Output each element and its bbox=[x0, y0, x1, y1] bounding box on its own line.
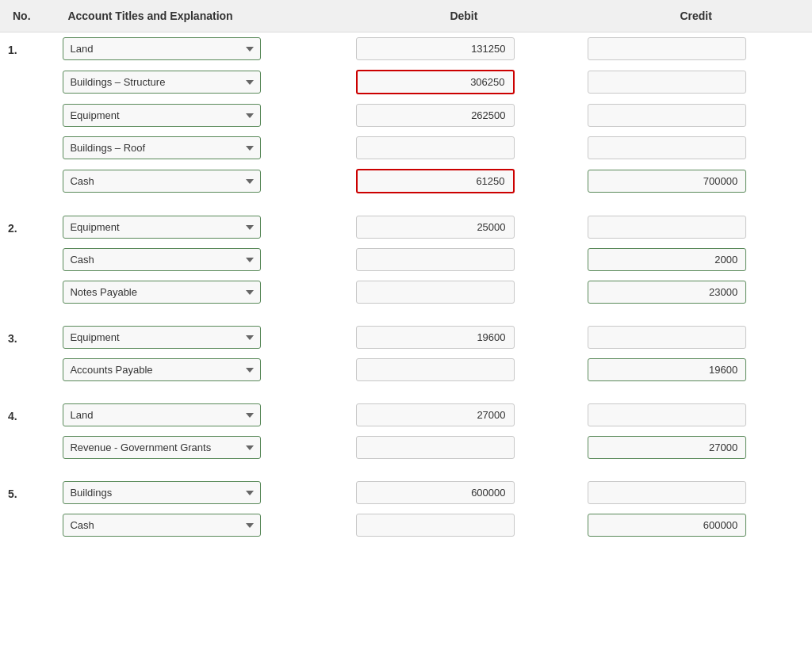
debit-cell bbox=[348, 65, 580, 99]
spacer-row bbox=[0, 464, 812, 476]
account-cell: Equipment bbox=[55, 321, 347, 354]
entry-number bbox=[0, 276, 55, 308]
debit-input[interactable] bbox=[356, 169, 515, 193]
entry-number bbox=[0, 509, 55, 541]
table-row: Buildings – Roof bbox=[0, 132, 812, 164]
credit-cell bbox=[580, 32, 812, 66]
debit-input[interactable] bbox=[356, 436, 515, 459]
account-cell: Equipment bbox=[55, 211, 347, 243]
journal-table-container: No. Account Titles and Explanation Debit… bbox=[0, 0, 812, 669]
credit-input[interactable] bbox=[588, 481, 746, 504]
account-select[interactable]: Buildings – Roof bbox=[63, 136, 261, 159]
account-select[interactable]: Buildings bbox=[63, 481, 261, 504]
table-row: Cash bbox=[0, 509, 812, 541]
debit-input[interactable] bbox=[356, 37, 515, 60]
account-cell: Cash bbox=[55, 509, 347, 541]
entry-number: 5. bbox=[0, 476, 55, 509]
account-select[interactable]: Cash bbox=[63, 248, 261, 271]
account-select[interactable]: Equipment bbox=[63, 216, 261, 239]
entry-number bbox=[0, 354, 55, 386]
credit-input[interactable] bbox=[588, 216, 746, 239]
account-select[interactable]: Buildings – Structure bbox=[63, 71, 261, 94]
credit-cell bbox=[580, 276, 812, 308]
debit-cell bbox=[348, 509, 580, 541]
entry-number bbox=[0, 132, 55, 164]
account-cell: Equipment bbox=[55, 99, 347, 132]
col-credit: Credit bbox=[580, 0, 812, 32]
debit-input[interactable] bbox=[356, 326, 515, 349]
credit-cell bbox=[580, 65, 812, 99]
debit-input[interactable] bbox=[356, 104, 515, 127]
debit-input[interactable] bbox=[356, 281, 515, 304]
col-debit: Debit bbox=[348, 0, 580, 32]
credit-input[interactable] bbox=[588, 514, 746, 537]
credit-input[interactable] bbox=[588, 358, 746, 381]
account-select[interactable]: Equipment bbox=[63, 104, 261, 127]
spacer-row bbox=[0, 308, 812, 321]
entry-number bbox=[0, 431, 55, 464]
account-cell: Land bbox=[55, 32, 347, 66]
entry-number bbox=[0, 99, 55, 132]
debit-input[interactable] bbox=[356, 403, 515, 426]
debit-cell bbox=[348, 211, 580, 243]
table-row: Equipment bbox=[0, 99, 812, 132]
account-select[interactable]: Cash bbox=[63, 170, 261, 193]
debit-cell bbox=[348, 32, 580, 66]
col-no: No. bbox=[0, 0, 55, 32]
credit-input[interactable] bbox=[588, 436, 746, 459]
debit-input[interactable] bbox=[356, 481, 515, 504]
account-select[interactable]: Cash bbox=[63, 514, 261, 537]
account-select[interactable]: Land bbox=[63, 37, 261, 60]
account-select[interactable]: Accounts Payable bbox=[63, 358, 261, 381]
account-select[interactable]: Notes Payable bbox=[63, 281, 261, 304]
credit-cell bbox=[580, 509, 812, 541]
credit-cell bbox=[580, 476, 812, 509]
debit-cell bbox=[348, 276, 580, 308]
table-row: Accounts Payable bbox=[0, 354, 812, 386]
debit-cell bbox=[348, 164, 580, 198]
entry-number: 2. bbox=[0, 211, 55, 243]
credit-input[interactable] bbox=[588, 403, 746, 426]
debit-input[interactable] bbox=[356, 136, 515, 159]
col-account: Account Titles and Explanation bbox=[55, 0, 347, 32]
credit-input[interactable] bbox=[588, 104, 746, 127]
table-row: Revenue - Government Grants bbox=[0, 431, 812, 464]
credit-input[interactable] bbox=[588, 248, 746, 271]
credit-input[interactable] bbox=[588, 170, 746, 193]
debit-input[interactable] bbox=[356, 358, 515, 381]
credit-cell bbox=[580, 243, 812, 276]
entry-number bbox=[0, 243, 55, 276]
table-row: 4.Land bbox=[0, 399, 812, 431]
account-cell: Buildings – Structure bbox=[55, 65, 347, 99]
credit-cell bbox=[580, 399, 812, 431]
account-select[interactable]: Equipment bbox=[63, 326, 261, 349]
account-cell: Accounts Payable bbox=[55, 354, 347, 386]
credit-cell bbox=[580, 321, 812, 354]
credit-cell bbox=[580, 354, 812, 386]
table-row: Cash bbox=[0, 243, 812, 276]
spacer-row bbox=[0, 198, 812, 211]
debit-cell bbox=[348, 321, 580, 354]
account-cell: Buildings – Roof bbox=[55, 132, 347, 164]
debit-input[interactable] bbox=[356, 70, 515, 94]
debit-input[interactable] bbox=[356, 216, 515, 239]
debit-cell bbox=[348, 431, 580, 464]
table-row: 5.Buildings bbox=[0, 476, 812, 509]
debit-input[interactable] bbox=[356, 514, 515, 537]
credit-input[interactable] bbox=[588, 136, 746, 159]
account-select[interactable]: Land bbox=[63, 403, 261, 426]
credit-input[interactable] bbox=[588, 281, 746, 304]
account-select[interactable]: Revenue - Government Grants bbox=[63, 436, 261, 459]
account-cell: Notes Payable bbox=[55, 276, 347, 308]
account-cell: Buildings bbox=[55, 476, 347, 509]
credit-cell bbox=[580, 99, 812, 132]
credit-input[interactable] bbox=[588, 71, 746, 94]
credit-input[interactable] bbox=[588, 37, 746, 60]
debit-input[interactable] bbox=[356, 248, 515, 271]
credit-input[interactable] bbox=[588, 326, 746, 349]
credit-cell bbox=[580, 164, 812, 198]
journal-table: No. Account Titles and Explanation Debit… bbox=[0, 0, 812, 541]
entry-number: 3. bbox=[0, 321, 55, 354]
entry-number: 1. bbox=[0, 32, 55, 66]
debit-cell bbox=[348, 399, 580, 431]
